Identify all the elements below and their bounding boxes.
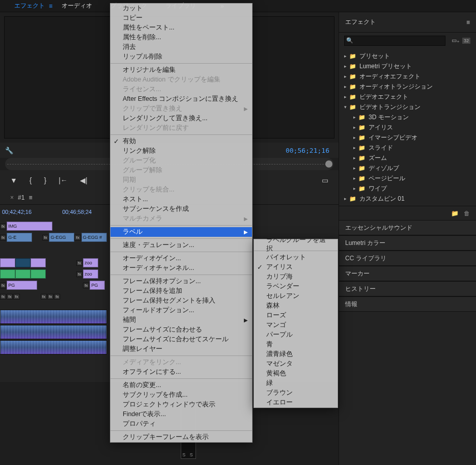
tree-folder[interactable]: 📁カスタムビン 01 bbox=[339, 194, 476, 204]
collapsed-panel[interactable]: CC ライブラリ bbox=[339, 251, 476, 266]
menu-item[interactable]: プロジェクトウィンドウで表示 bbox=[110, 400, 252, 409]
menu-item[interactable]: 属性をペースト... bbox=[110, 23, 252, 33]
chevron-icon[interactable] bbox=[353, 145, 358, 150]
menu-item[interactable]: フレーム保持オプション... bbox=[110, 277, 252, 286]
menu-item[interactable]: カット bbox=[110, 4, 252, 13]
chevron-icon[interactable] bbox=[353, 166, 358, 171]
clip-img[interactable]: IMG bbox=[7, 222, 52, 231]
tree-subfolder[interactable]: 📁ページピール bbox=[339, 173, 476, 183]
menu-item[interactable]: フレーム保持セグメントを挿入 bbox=[110, 296, 252, 306]
menu-item[interactable]: フレーム保持を追加 bbox=[110, 286, 252, 296]
go-to-in-button[interactable]: |← bbox=[59, 176, 68, 184]
panel-menu-icon[interactable]: ≡ bbox=[466, 19, 470, 26]
menu-item[interactable]: コピー bbox=[110, 13, 252, 23]
menu-item[interactable]: クリップキーフレームを表示 bbox=[110, 432, 252, 442]
menu-item[interactable]: ネスト... bbox=[110, 195, 252, 204]
chevron-icon[interactable] bbox=[353, 135, 358, 140]
tab-audio[interactable]: オーディオ bbox=[52, 2, 101, 10]
menu-item[interactable]: リップル削除 bbox=[110, 52, 252, 62]
menu-item[interactable]: 補間▶ bbox=[110, 315, 252, 325]
in-point-button[interactable]: { bbox=[30, 176, 32, 184]
chevron-icon[interactable] bbox=[353, 176, 358, 181]
tree-subfolder[interactable]: 📁アイリス bbox=[339, 122, 476, 132]
sequence-close-icon[interactable]: × bbox=[10, 194, 14, 201]
clip-pg2[interactable]: PG bbox=[90, 281, 105, 290]
chevron-icon[interactable] bbox=[344, 94, 349, 99]
menu-item[interactable]: 調整レイヤー bbox=[110, 344, 252, 354]
menu-item-color[interactable]: マゼンタ bbox=[254, 359, 338, 369]
clip-ge[interactable]: G-E bbox=[7, 233, 32, 242]
scrubber-end-handle[interactable] bbox=[325, 160, 332, 168]
menu-item[interactable]: フレームサイズに合わせてスケール bbox=[110, 335, 252, 344]
clip-generic[interactable] bbox=[31, 258, 46, 267]
tree-folder[interactable]: 📁オーディオエフェクト bbox=[339, 71, 476, 81]
menu-item[interactable]: After Effects コンポジションに置き換え bbox=[110, 94, 252, 104]
menu-item-color[interactable]: 黄褐色 bbox=[254, 369, 338, 378]
menu-item-color[interactable]: 青 bbox=[254, 340, 338, 349]
clip-generic[interactable] bbox=[0, 258, 15, 267]
menu-item[interactable]: サブクリップを作成... bbox=[110, 390, 252, 400]
menu-item-color[interactable]: ブラウン bbox=[254, 388, 338, 398]
menu-item[interactable]: ラベルグループを選択 bbox=[254, 239, 338, 249]
chevron-icon[interactable] bbox=[353, 125, 358, 130]
audio-clip[interactable] bbox=[0, 340, 107, 354]
tree-folder[interactable]: 📁Lumetri プリセット bbox=[339, 61, 476, 71]
tree-subfolder[interactable]: 📁ワイプ bbox=[339, 183, 476, 194]
collapsed-panel[interactable]: エッセンシャルサウンド bbox=[339, 220, 476, 235]
menu-item-color[interactable]: マンゴ bbox=[254, 320, 338, 330]
tree-subfolder[interactable]: 📁ディゾルブ bbox=[339, 163, 476, 173]
menu-item-color[interactable]: ✓アイリス bbox=[254, 262, 338, 272]
audio-clip[interactable] bbox=[0, 310, 107, 324]
menu-item[interactable]: リンク解除 bbox=[110, 146, 252, 156]
tree-subfolder[interactable]: 📁3D モーション bbox=[339, 112, 476, 122]
menu-item-color[interactable]: イエロー bbox=[254, 398, 338, 407]
menu-item-color[interactable]: 濃青緑色 bbox=[254, 349, 338, 359]
clip-gegg-hash[interactable]: G-EGG # bbox=[81, 233, 107, 242]
menu-item-color[interactable]: 森林 bbox=[254, 301, 338, 311]
yuv-badge-icon[interactable]: 32 bbox=[462, 37, 471, 44]
tree-folder[interactable]: 📁ビデオトランジション bbox=[339, 102, 476, 112]
clip-gegg[interactable]: G-EGG bbox=[49, 233, 74, 242]
audio-clip[interactable] bbox=[0, 325, 107, 339]
chevron-icon[interactable] bbox=[353, 155, 358, 160]
menu-item[interactable]: ✓有効 bbox=[110, 136, 252, 146]
clip-pg[interactable]: PG bbox=[7, 281, 37, 290]
out-point-button[interactable]: } bbox=[44, 176, 47, 184]
tab-menu-icon[interactable]: ≡ bbox=[49, 3, 52, 10]
chevron-icon[interactable] bbox=[344, 74, 349, 79]
collapsed-panel[interactable]: ヒストリー bbox=[339, 281, 476, 296]
chevron-icon[interactable] bbox=[344, 104, 349, 110]
program-timecode[interactable]: 00;56;21;16 bbox=[286, 147, 329, 154]
chevron-icon[interactable] bbox=[344, 64, 349, 69]
clip-zoo[interactable]: zoo bbox=[83, 269, 98, 279]
menu-item[interactable]: オーディオゲイン... bbox=[110, 254, 252, 263]
new-bin-icon[interactable]: ▭₊ bbox=[452, 37, 460, 44]
chevron-icon[interactable] bbox=[344, 84, 349, 89]
menu-item-color[interactable]: 緑 bbox=[254, 378, 338, 388]
menu-item-color[interactable]: カリブ海 bbox=[254, 272, 338, 282]
clip-generic[interactable] bbox=[0, 269, 15, 279]
collapsed-panel[interactable]: 情報 bbox=[339, 296, 476, 312]
collapsed-panel[interactable]: Lumetri カラー bbox=[339, 235, 476, 251]
effects-search-input[interactable] bbox=[344, 36, 445, 46]
marker-button[interactable]: ▼ bbox=[10, 176, 17, 184]
menu-item[interactable]: 消去 bbox=[110, 42, 252, 52]
delete-icon[interactable]: 🗑 bbox=[464, 210, 470, 217]
menu-item-color[interactable]: バイオレット bbox=[254, 253, 338, 262]
menu-item[interactable]: プロパティ bbox=[110, 419, 252, 429]
menu-item[interactable]: オーディオチャンネル... bbox=[110, 263, 252, 273]
chevron-icon[interactable] bbox=[344, 196, 349, 201]
chevron-icon[interactable] bbox=[344, 53, 349, 59]
menu-item[interactable]: 速度・デュレーション... bbox=[110, 240, 252, 250]
menu-item-color[interactable]: パープル bbox=[254, 330, 338, 340]
tree-folder[interactable]: 📁オーディオトランジション bbox=[339, 81, 476, 92]
menu-item[interactable]: オリジナルを編集 bbox=[110, 65, 252, 75]
menu-item[interactable]: 名前の変更... bbox=[110, 380, 252, 390]
clip-zoo[interactable]: zoo bbox=[83, 258, 98, 267]
clip-generic[interactable] bbox=[15, 258, 31, 267]
chevron-icon[interactable] bbox=[353, 115, 358, 120]
menu-item[interactable]: フレームサイズに合わせる bbox=[110, 325, 252, 335]
menu-item[interactable]: レンダリングして置き換え... bbox=[110, 114, 252, 123]
menu-item-color[interactable]: ローズ bbox=[254, 311, 338, 320]
menu-item[interactable]: 属性を削除... bbox=[110, 33, 252, 42]
